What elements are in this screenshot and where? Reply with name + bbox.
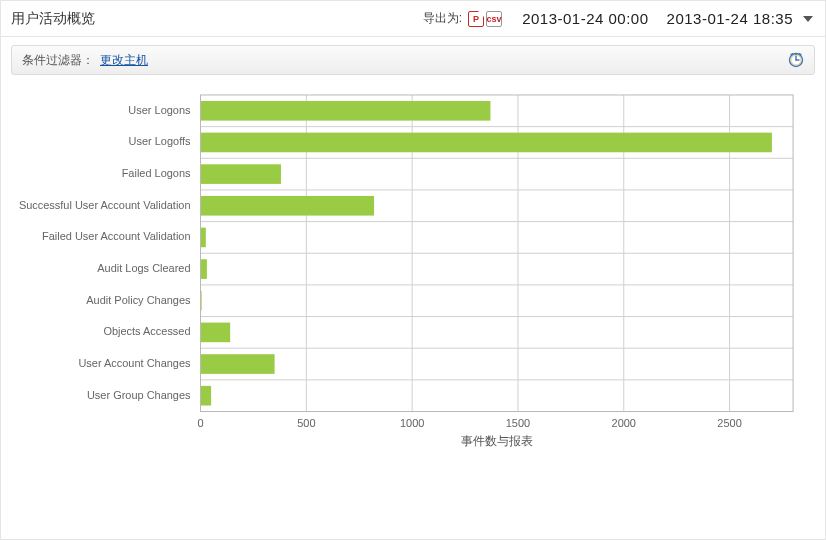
filter-bar: 条件过滤器： 更改主机 — [11, 45, 815, 75]
chart-bar — [201, 196, 375, 216]
chart-category-label: Objects Accessed — [103, 325, 190, 337]
date-range-end[interactable]: 2013-01-24 18:35 — [667, 10, 793, 27]
date-dropdown-caret-icon[interactable] — [803, 16, 813, 22]
chart-bar — [201, 354, 275, 374]
chart-category-label: Audit Policy Changes — [86, 294, 191, 306]
chart-category-label: User Group Changes — [87, 389, 191, 401]
bar-chart: User LogonsUser LogoffsFailed LogonsSucc… — [11, 87, 815, 529]
chart-category-label: Failed User Account Validation — [42, 230, 191, 242]
chart-bar — [201, 164, 281, 184]
chart-xtick-label: 1000 — [400, 417, 424, 429]
chart-category-label: Audit Logs Cleared — [97, 262, 190, 274]
export-label: 导出为: — [423, 10, 462, 27]
chart-area: User LogonsUser LogoffsFailed LogonsSucc… — [11, 87, 815, 529]
chart-category-label: User Logoffs — [129, 135, 191, 147]
export-csv-icon[interactable]: csv — [486, 11, 502, 27]
chart-bar — [201, 133, 772, 153]
chart-xtick-label: 0 — [197, 417, 203, 429]
change-host-link[interactable]: 更改主机 — [100, 52, 148, 69]
filter-label: 条件过滤器： — [22, 52, 94, 69]
chart-xtick-label: 500 — [297, 417, 315, 429]
chart-xtick-label: 2500 — [717, 417, 741, 429]
chart-bar — [201, 386, 212, 406]
chart-category-label: Failed Logons — [122, 167, 191, 179]
clock-icon[interactable] — [788, 52, 804, 68]
chart-bar — [201, 323, 231, 343]
chart-bar — [201, 101, 491, 121]
svg-point-4 — [795, 53, 797, 55]
chart-bar — [201, 259, 207, 279]
export-pdf-icon[interactable]: P — [468, 11, 484, 27]
date-range-start[interactable]: 2013-01-24 00:00 — [522, 10, 648, 27]
chart-category-label: Successful User Account Validation — [19, 199, 191, 211]
page-header: 用户活动概览 导出为: P csv 2013-01-24 00:00 2013-… — [1, 1, 825, 37]
page-title: 用户活动概览 — [11, 10, 95, 28]
chart-xtick-label: 2000 — [612, 417, 636, 429]
chart-category-label: User Account Changes — [78, 357, 191, 369]
chart-xaxis-label: 事件数与报表 — [461, 434, 533, 448]
chart-category-label: User Logons — [128, 104, 191, 116]
chart-xtick-label: 1500 — [506, 417, 530, 429]
chart-bar — [201, 228, 206, 248]
